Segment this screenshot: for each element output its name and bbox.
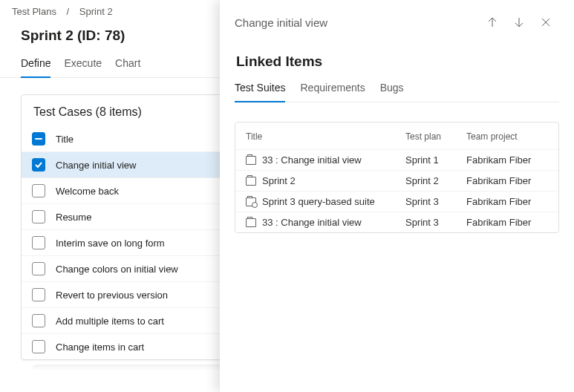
linked-item-row[interactable]: 33 : Change initial viewSprint 3Fabrikam… xyxy=(235,212,558,232)
linked-item-team: Fabrikam Fiber xyxy=(466,196,548,207)
details-panel: Change initial view Linked Items Test Su… xyxy=(220,0,574,392)
row-checkbox[interactable] xyxy=(32,184,45,197)
linked-item-title: 33 : Change initial view xyxy=(262,217,362,228)
test-case-title: Add multiple items to cart xyxy=(56,316,164,327)
row-checkbox[interactable] xyxy=(32,210,45,223)
suite-icon xyxy=(246,218,256,227)
row-checkbox[interactable] xyxy=(32,236,45,249)
linked-item-team: Fabrikam Fiber xyxy=(466,154,548,166)
check-icon xyxy=(34,160,43,169)
tab-requirements[interactable]: Requirements xyxy=(300,79,365,102)
test-case-title: Interim save on long form xyxy=(56,238,165,249)
linked-table-header: Title Test plan Team project xyxy=(235,122,558,149)
linked-item-team: Fabrikam Fiber xyxy=(466,217,548,228)
tab-bugs[interactable]: Bugs xyxy=(380,79,404,102)
arrow-down-icon xyxy=(513,16,525,28)
select-all-checkbox[interactable] xyxy=(32,132,45,146)
linked-item-plan: Sprint 3 xyxy=(405,217,466,228)
tab-define[interactable]: Define xyxy=(21,54,50,78)
query-suite-icon xyxy=(246,197,256,206)
col-title-header[interactable]: Title xyxy=(246,131,405,142)
breadcrumb-current[interactable]: Sprint 2 xyxy=(79,6,113,17)
test-case-title: Resume xyxy=(56,212,91,223)
linked-item-row[interactable]: 33 : Change initial viewSprint 1Fabrikam… xyxy=(235,149,558,170)
row-checkbox[interactable] xyxy=(32,288,45,301)
title-column-header[interactable]: Title xyxy=(56,134,74,145)
test-case-title: Change items in cart xyxy=(56,342,144,353)
panel-title: Change initial view xyxy=(235,16,479,29)
col-team-header[interactable]: Team project xyxy=(466,131,548,142)
arrow-up-icon xyxy=(486,16,498,28)
linked-items-table: Title Test plan Team project 33 : Change… xyxy=(235,122,559,233)
tab-test-suites[interactable]: Test Suites xyxy=(235,79,285,102)
linked-item-row[interactable]: Sprint 3 query-based suiteSprint 3Fabrik… xyxy=(235,191,558,212)
suite-icon xyxy=(246,156,256,165)
breadcrumb-separator: / xyxy=(67,6,70,17)
linked-item-plan: Sprint 2 xyxy=(405,175,466,186)
linked-items-tabs: Test Suites Requirements Bugs xyxy=(235,79,559,102)
test-case-title: Change colors on initial view xyxy=(56,264,178,275)
suite-icon xyxy=(246,177,256,186)
prev-button[interactable] xyxy=(479,9,506,36)
linked-item-row[interactable]: Sprint 2Sprint 2Fabrikam Fiber xyxy=(235,170,558,191)
test-case-title: Change initial view xyxy=(56,160,136,171)
tab-chart[interactable]: Chart xyxy=(115,54,140,78)
linked-item-plan: Sprint 1 xyxy=(405,154,466,166)
breadcrumb-root[interactable]: Test Plans xyxy=(12,6,56,17)
row-checkbox[interactable] xyxy=(32,340,45,353)
row-checkbox[interactable] xyxy=(32,262,45,275)
linked-item-title: Sprint 3 query-based suite xyxy=(262,196,375,207)
linked-items-heading: Linked Items xyxy=(236,53,559,70)
linked-item-title: Sprint 2 xyxy=(262,175,296,186)
row-checkbox[interactable] xyxy=(32,158,45,172)
close-button[interactable] xyxy=(532,9,559,36)
col-plan-header[interactable]: Test plan xyxy=(405,131,466,142)
close-icon xyxy=(540,16,552,28)
test-case-title: Welcome back xyxy=(56,186,119,197)
test-case-title: Revert to previous version xyxy=(56,290,168,301)
tab-execute[interactable]: Execute xyxy=(64,54,102,78)
linked-item-plan: Sprint 3 xyxy=(405,196,466,207)
linked-item-team: Fabrikam Fiber xyxy=(466,175,548,186)
row-checkbox[interactable] xyxy=(32,314,45,327)
linked-item-title: 33 : Change initial view xyxy=(262,154,362,166)
next-button[interactable] xyxy=(506,9,532,36)
